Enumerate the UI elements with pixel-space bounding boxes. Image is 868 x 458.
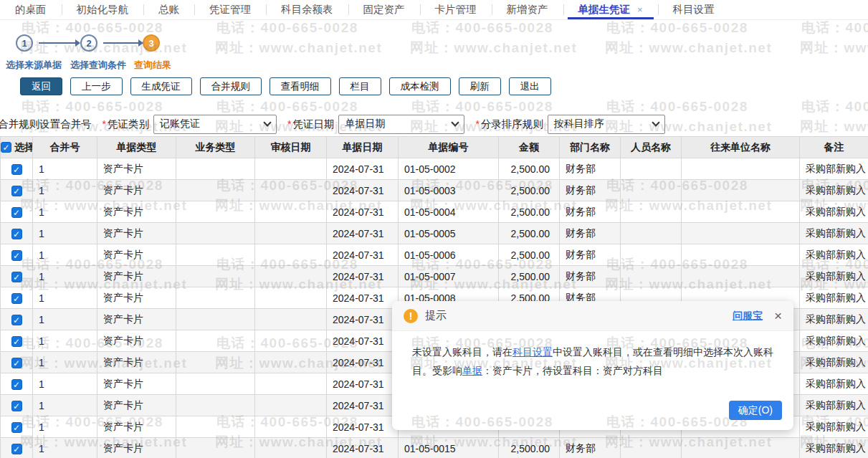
- filter-select[interactable]: 单据日期: [338, 115, 464, 134]
- table-cell: 1: [33, 395, 97, 416]
- prompt-dialog: ! 提示 问服宝 × 未设置入账科目，请在科目设置中设置入账科目，或在查看明细中…: [392, 301, 793, 430]
- table-cell: 采购部新购入: [800, 180, 868, 201]
- table-cell: 1: [33, 266, 97, 287]
- row-checkbox[interactable]: ✓: [11, 186, 22, 196]
- table-row: ✓1资产卡片2024-07-3101-05-00022,500.00财务部采购部…: [1, 158, 868, 180]
- table-cell: [621, 266, 682, 287]
- row-checkbox[interactable]: ✓: [11, 401, 22, 411]
- tab-7[interactable]: 卡片管理: [420, 0, 492, 19]
- table-cell: 采购部新购入: [800, 158, 868, 180]
- table-cell: 2,500.00: [499, 201, 560, 223]
- table-cell: [255, 201, 327, 223]
- step-label-2: 选择查询条件: [70, 59, 126, 72]
- required-mark: *: [475, 118, 479, 130]
- row-checkbox[interactable]: ✓: [11, 315, 22, 325]
- toolbar: 返回上一步生成凭证合并规则查看明细栏目成本检测刷新退出: [20, 77, 551, 95]
- watermark-site: 网址：www.chanjet.net: [605, 39, 772, 57]
- table-cell: 财务部: [560, 158, 621, 180]
- row-checkbox[interactable]: ✓: [11, 379, 22, 390]
- table-cell: 2024-07-31: [327, 438, 399, 458]
- table-row: ✓1资产卡片2024-07-3101-05-00052,500.00财务部采购部…: [1, 223, 868, 244]
- toolbar-button[interactable]: 退出: [509, 77, 551, 95]
- row-checkbox[interactable]: ✓: [11, 164, 22, 175]
- dialog-message-link[interactable]: 单据: [462, 365, 482, 376]
- table-cell: 采购部新购入: [800, 373, 868, 395]
- toolbar-button[interactable]: 生成凭证: [130, 77, 192, 95]
- table-cell: 1: [33, 330, 97, 352]
- warning-icon: !: [404, 309, 418, 323]
- tab-5[interactable]: 科目余额表: [266, 0, 348, 19]
- tab-close-icon[interactable]: ×: [637, 4, 643, 15]
- row-checkbox[interactable]: ✓: [11, 207, 22, 218]
- table-cell: 资产卡片: [97, 266, 176, 287]
- table-row: ✓1资产卡片2024-07-3101-05-00072,500.00财务部采购部…: [1, 266, 868, 287]
- table-cell: 1: [33, 180, 97, 201]
- table-cell: [255, 330, 327, 352]
- tab-6[interactable]: 固定资产: [348, 0, 420, 19]
- chevron-down-icon: [263, 118, 271, 126]
- filter-field-1: *凭证类别记账凭证: [102, 115, 277, 134]
- row-checkbox[interactable]: ✓: [11, 336, 22, 347]
- table-cell: 01-05-0007: [399, 266, 499, 287]
- table-cell: 采购部新购入: [800, 223, 868, 244]
- tab-2[interactable]: 初始化导航: [62, 0, 144, 19]
- toolbar-button[interactable]: 合并规则: [200, 77, 262, 95]
- row-checkbox[interactable]: ✓: [11, 293, 22, 304]
- toolbar-button[interactable]: 上一步: [70, 77, 123, 95]
- tab-3[interactable]: 总账: [143, 0, 194, 19]
- filter-select[interactable]: 按科目排序: [548, 115, 665, 134]
- select-all-checkbox[interactable]: ✓: [1, 142, 11, 153]
- help-link[interactable]: 问服宝: [733, 310, 763, 323]
- toolbar-button[interactable]: 栏目: [339, 77, 381, 95]
- table-cell: 2,500.00: [499, 223, 560, 244]
- filter-select-value: 按科目排序: [554, 118, 604, 130]
- tab-4[interactable]: 凭证管理: [194, 0, 266, 19]
- step-label-3: 查询结果: [134, 59, 171, 72]
- filter-select[interactable]: 记账凭证: [153, 115, 277, 134]
- table-cell: 1: [33, 287, 97, 309]
- column-header: 往来单位名称: [682, 137, 800, 158]
- toolbar-button[interactable]: 查看明细: [270, 77, 331, 95]
- table-cell: 1: [33, 373, 97, 395]
- table-cell: [176, 244, 255, 266]
- table-cell: 财务部: [560, 266, 621, 287]
- ok-button[interactable]: 确定(O): [729, 401, 782, 420]
- table-cell: 1: [33, 201, 97, 223]
- tab-9[interactable]: 单据生凭证×: [563, 0, 658, 19]
- merge-rule-prefix-label: 合并规则设置合并号: [0, 118, 92, 131]
- table-cell: 2024-07-31: [327, 287, 399, 309]
- table-cell: 01-05-0005: [399, 223, 499, 244]
- row-checkbox[interactable]: ✓: [11, 358, 22, 368]
- row-checkbox[interactable]: ✓: [11, 250, 22, 261]
- table-cell: 资产卡片: [97, 244, 176, 266]
- toolbar-button[interactable]: 刷新: [459, 77, 501, 95]
- back-button[interactable]: 返回: [20, 77, 62, 95]
- required-mark: *: [287, 118, 291, 130]
- table-cell: 资产卡片: [97, 352, 176, 373]
- dialog-message-link[interactable]: 科目设置: [512, 346, 553, 358]
- table-cell: 采购部新购入: [800, 244, 868, 266]
- row-checkbox[interactable]: ✓: [11, 229, 22, 239]
- watermark-phone: 电话：400-665-0028: [801, 19, 868, 37]
- close-icon[interactable]: ×: [774, 309, 782, 323]
- tab-10[interactable]: 科目设置: [658, 0, 730, 19]
- row-checkbox[interactable]: ✓: [11, 272, 22, 282]
- row-checkbox[interactable]: ✓: [11, 444, 22, 454]
- toolbar-button[interactable]: 成本检测: [389, 77, 451, 95]
- table-cell: [682, 180, 800, 201]
- watermark-site: 网址：www.chanjet.net: [800, 118, 868, 136]
- table-cell: 2024-07-31: [327, 352, 399, 373]
- tab-label: 凭证管理: [209, 3, 251, 16]
- tab-label: 卡片管理: [435, 3, 477, 16]
- table-cell: [176, 330, 255, 352]
- watermark-phone: 电话：400-665-0028: [411, 19, 553, 37]
- tab-bar: 的桌面初始化导航总账凭证管理科目余额表固定资产卡片管理新增资产单据生凭证×科目设…: [0, 0, 868, 20]
- table-cell: 2024-07-31: [327, 373, 399, 395]
- table-cell: 资产卡片: [97, 438, 176, 458]
- row-checkbox[interactable]: ✓: [11, 422, 22, 433]
- tab-8[interactable]: 新增资产: [492, 0, 563, 19]
- table-cell: 2,500.00: [499, 438, 560, 458]
- tab-label: 固定资产: [363, 3, 405, 16]
- step-label-1: 选择来源单据: [6, 59, 62, 72]
- tab-1[interactable]: 的桌面: [0, 0, 62, 19]
